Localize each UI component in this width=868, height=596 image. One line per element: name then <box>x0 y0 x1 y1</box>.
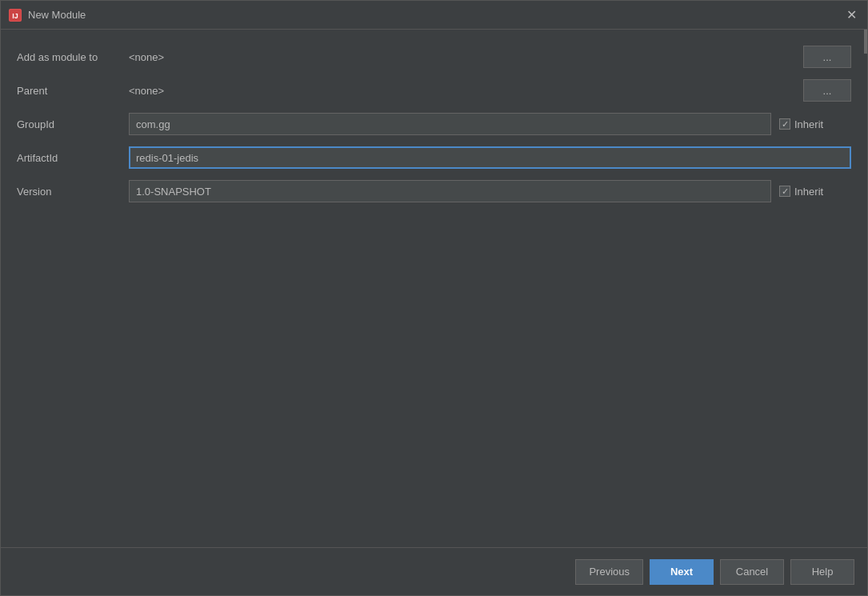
version-row: Version Inherit <box>17 180 851 202</box>
group-id-row: GroupId Inherit <box>17 113 851 135</box>
close-button[interactable]: ✕ <box>843 7 859 23</box>
version-inherit-area: Inherit <box>779 186 851 198</box>
artifact-id-label: ArtifactId <box>17 152 129 164</box>
dialog-title: New Module <box>28 9 86 21</box>
parent-value: <none> <box>129 85 164 97</box>
group-id-label: GroupId <box>17 118 129 130</box>
cancel-button[interactable]: Cancel <box>720 559 784 585</box>
parent-browse-button[interactable]: ... <box>803 79 851 102</box>
group-id-input[interactable] <box>129 113 771 135</box>
help-button[interactable]: Help <box>790 559 854 585</box>
next-button[interactable]: Next <box>650 559 714 585</box>
add-as-module-browse-button[interactable]: ... <box>803 46 851 68</box>
version-inherit-label: Inherit <box>794 186 823 198</box>
parent-label: Parent <box>17 85 129 97</box>
artifact-id-input[interactable] <box>129 146 851 169</box>
right-edge-indicator <box>864 30 867 54</box>
add-as-module-label: Add as module to <box>17 51 129 63</box>
artifact-id-row: ArtifactId <box>17 146 851 169</box>
group-id-inherit-area: Inherit <box>779 118 851 130</box>
dialog-footer: Previous Next Cancel Help <box>1 547 867 595</box>
title-bar: IJ New Module ✕ <box>1 1 867 30</box>
previous-button[interactable]: Previous <box>575 559 643 585</box>
svg-text:IJ: IJ <box>12 12 18 20</box>
add-as-module-row: Add as module to <none> ... <box>17 46 851 68</box>
dialog-content: Add as module to <none> ... Parent <none… <box>1 30 867 547</box>
version-label: Version <box>17 186 129 198</box>
group-id-control: Inherit <box>129 113 851 135</box>
parent-control: <none> ... <box>129 79 851 102</box>
version-control: Inherit <box>129 180 851 202</box>
parent-row: Parent <none> ... <box>17 79 851 102</box>
add-as-module-control: <none> ... <box>129 46 851 68</box>
artifact-id-control <box>129 146 851 169</box>
group-id-inherit-checkbox[interactable] <box>779 118 790 130</box>
version-inherit-checkbox[interactable] <box>779 186 790 197</box>
group-id-inherit-label: Inherit <box>794 118 823 130</box>
title-bar-left: IJ New Module <box>9 9 86 22</box>
new-module-dialog: IJ New Module ✕ Add as module to <none> … <box>0 0 868 596</box>
app-icon: IJ <box>9 9 22 22</box>
version-input[interactable] <box>129 180 771 202</box>
add-as-module-value: <none> <box>129 51 164 63</box>
